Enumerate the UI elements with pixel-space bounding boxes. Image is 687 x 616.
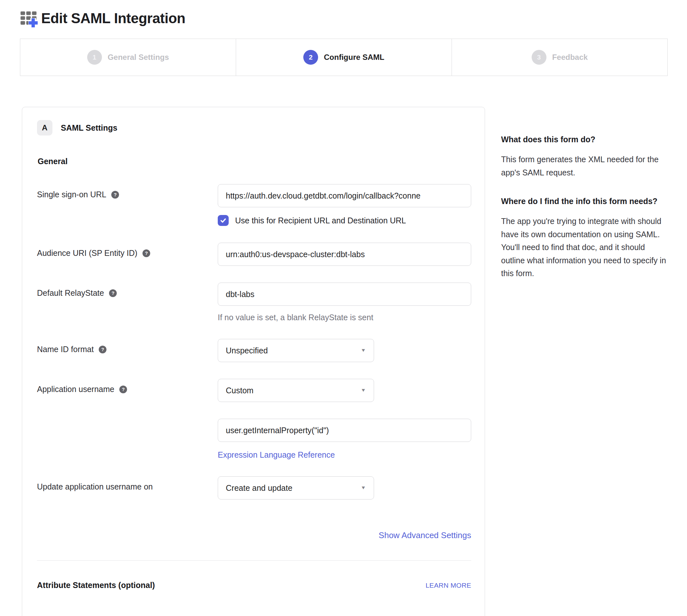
- saml-settings-title: SAML Settings: [61, 123, 117, 133]
- show-advanced-settings-link[interactable]: Show Advanced Settings: [379, 530, 471, 541]
- relaystate-hint: If no value is set, a blank RelayState i…: [218, 313, 471, 322]
- help-icon[interactable]: [111, 191, 119, 199]
- step-configure-saml[interactable]: 2 Configure SAML: [236, 39, 452, 75]
- update-username-label: Update application username on: [37, 482, 153, 491]
- section-divider: [37, 560, 471, 560]
- audience-uri-label: Audience URI (SP Entity ID): [37, 248, 137, 258]
- nameid-format-select[interactable]: Unspecified: [218, 339, 374, 362]
- chevron-down-icon: [361, 388, 366, 393]
- grid-plus-icon: [20, 9, 39, 28]
- update-username-row: Update application username on Create an…: [37, 476, 471, 500]
- app-username-label: Application username: [37, 384, 114, 394]
- chevron-down-icon: [361, 348, 366, 353]
- help-sidebar: What does this form do? This form genera…: [501, 107, 668, 297]
- checkmark-icon: [220, 217, 226, 224]
- step-number-badge: 3: [532, 50, 546, 65]
- recipient-url-checkbox-row: Use this for Recipient URL and Destinati…: [218, 215, 471, 226]
- help-question-1: What does this form do?: [501, 134, 668, 145]
- relaystate-input[interactable]: [218, 283, 471, 306]
- app-username-row: Application username Custom: [37, 379, 471, 402]
- audience-uri-input[interactable]: [218, 243, 471, 266]
- recipient-url-checkbox-label[interactable]: Use this for Recipient URL and Destinati…: [235, 216, 406, 225]
- general-section-heading: General: [38, 157, 471, 166]
- help-icon[interactable]: [119, 386, 127, 393]
- step-number-badge: 1: [87, 50, 102, 65]
- nameid-format-label: Name ID format: [37, 345, 94, 354]
- page-title: Edit SAML Integration: [41, 10, 185, 26]
- saml-form: Single sign-on URL Use this for Recipien…: [37, 184, 471, 616]
- help-answer-1: This form generates the XML needed for t…: [501, 153, 668, 179]
- attribute-statements-header: Attribute Statements (optional) LEARN MO…: [37, 580, 471, 590]
- help-icon[interactable]: [99, 346, 107, 353]
- wizard-stepper: 1 General Settings 2 Configure SAML 3 Fe…: [20, 39, 668, 76]
- step-feedback[interactable]: 3 Feedback: [452, 39, 667, 75]
- expression-language-reference-link[interactable]: Expression Language Reference: [218, 450, 335, 460]
- sso-url-label: Single sign-on URL: [37, 190, 106, 199]
- sso-url-row: Single sign-on URL Use this for Recipien…: [37, 184, 471, 226]
- page-header: Edit SAML Integration: [20, 9, 668, 28]
- update-username-select[interactable]: Create and update: [218, 476, 374, 500]
- relaystate-row: Default RelayState If no value is set, a…: [37, 283, 471, 322]
- nameid-format-row: Name ID format Unspecified: [37, 339, 471, 362]
- help-icon[interactable]: [109, 289, 117, 297]
- custom-expression-input[interactable]: [218, 419, 471, 442]
- attribute-statements-title: Attribute Statements (optional): [37, 580, 155, 590]
- help-answer-2: The app you're trying to integrate with …: [501, 215, 668, 280]
- app-username-select[interactable]: Custom: [218, 379, 374, 402]
- saml-settings-card: A SAML Settings General Single sign-on U…: [22, 107, 485, 616]
- sso-url-input[interactable]: [218, 184, 471, 207]
- relaystate-label: Default RelayState: [37, 288, 104, 298]
- saml-settings-header: A SAML Settings: [37, 120, 471, 135]
- section-a-badge: A: [37, 120, 52, 135]
- audience-uri-row: Audience URI (SP Entity ID): [37, 243, 471, 266]
- help-question-2: Where do I find the info this form needs…: [501, 196, 668, 207]
- chevron-down-icon: [361, 485, 366, 491]
- step-general-settings[interactable]: 1 General Settings: [20, 39, 236, 75]
- content-area: A SAML Settings General Single sign-on U…: [22, 107, 669, 616]
- custom-expression-row: Expression Language Reference: [37, 419, 471, 460]
- learn-more-link[interactable]: LEARN MORE: [426, 581, 471, 589]
- use-for-recipient-checkbox[interactable]: [218, 215, 229, 226]
- help-icon[interactable]: [142, 249, 150, 257]
- step-number-badge: 2: [303, 50, 318, 65]
